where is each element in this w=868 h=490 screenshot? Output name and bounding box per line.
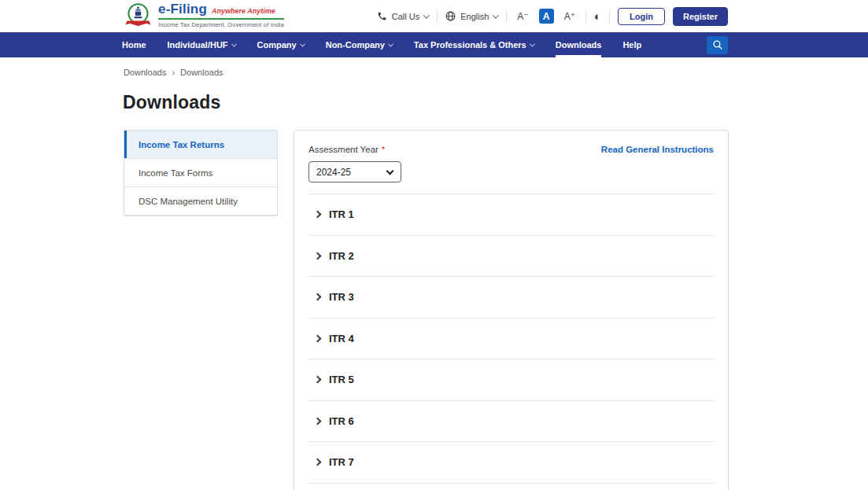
nav-item-help[interactable]: Help	[622, 32, 641, 57]
globe-icon	[445, 11, 456, 21]
site-logo[interactable]: e-Filing Anywhere Anytime Income Tax Dep…	[124, 2, 284, 31]
sidebar-item-income-tax-returns[interactable]: Income Tax Returns	[124, 131, 277, 159]
language-menu[interactable]: English	[445, 11, 498, 21]
divider	[609, 10, 610, 23]
search-icon	[712, 39, 723, 50]
accordion-itr-6[interactable]: ITR 6	[308, 401, 714, 443]
required-marker: *	[382, 145, 385, 154]
main-nav: Home Individual/HUF Company Non-Company …	[0, 32, 868, 57]
assessment-year-select[interactable]: 2024-25	[308, 161, 401, 182]
nav-item-non-company[interactable]: Non-Company	[326, 32, 393, 57]
chevron-down-icon	[423, 12, 430, 18]
sidebar-item-income-tax-forms[interactable]: Income Tax Forms	[124, 159, 277, 187]
content-area: Income Tax Returns Income Tax Forms DSC …	[124, 130, 729, 490]
accordion-itr-5[interactable]: ITR 5	[308, 359, 714, 401]
contrast-toggle-icon[interactable]: ◐	[594, 10, 601, 22]
divider	[506, 10, 507, 23]
call-us-menu[interactable]: Call Us	[377, 11, 429, 21]
chevron-right-icon	[314, 252, 322, 260]
sidebar-item-dsc-management-utility[interactable]: DSC Management Utility	[124, 187, 277, 216]
chevron-down-icon	[300, 41, 305, 46]
breadcrumb-separator: ›	[172, 68, 175, 77]
font-increase-button[interactable]: A⁺	[562, 11, 578, 22]
chevron-down-icon	[388, 41, 393, 46]
login-button[interactable]: Login	[618, 8, 665, 25]
accordion-itr-3[interactable]: ITR 3	[308, 277, 714, 319]
accordion-itr-2[interactable]: ITR 2	[308, 236, 714, 278]
india-emblem-icon	[124, 2, 153, 31]
top-header: e-Filing Anywhere Anytime Income Tax Dep…	[0, 0, 868, 32]
read-general-instructions-link[interactable]: Read General Instructions	[601, 145, 714, 154]
chevron-right-icon	[314, 293, 322, 301]
nav-item-home[interactable]: Home	[122, 32, 146, 57]
downloads-sidebar: Income Tax Returns Income Tax Forms DSC …	[124, 130, 278, 216]
call-us-label: Call Us	[392, 12, 419, 21]
nav-item-tax-professionals-others[interactable]: Tax Professionals & Others	[414, 32, 534, 57]
itr-accordion-list: ITR 1 ITR 2 ITR 3 ITR 4	[308, 194, 714, 484]
topbar-controls: Call Us English A⁻ A A⁺ ◐ Login Register	[377, 7, 728, 26]
app-subtitle: Income Tax Department, Government of Ind…	[158, 21, 284, 28]
chevron-right-icon	[314, 459, 322, 466]
assessment-year-label: Assessment Year*	[308, 145, 385, 154]
chevron-right-icon	[314, 376, 322, 384]
search-button[interactable]	[707, 36, 728, 54]
breadcrumb-current: Downloads	[180, 68, 223, 77]
nav-item-individual-huf[interactable]: Individual/HUF	[168, 32, 236, 57]
chevron-down-icon	[530, 41, 535, 46]
nav-item-downloads[interactable]: Downloads	[556, 32, 602, 57]
app-tagline: Anywhere Anytime	[212, 7, 275, 15]
breadcrumb: Downloads › Downloads	[124, 68, 868, 77]
accordion-itr-4[interactable]: ITR 4	[308, 319, 714, 360]
downloads-panel: Assessment Year* Read General Instructio…	[294, 130, 729, 490]
accordion-itr-7[interactable]: ITR 7	[308, 442, 714, 484]
font-decrease-button[interactable]: A⁻	[515, 11, 530, 22]
nav-item-company[interactable]: Company	[257, 32, 305, 57]
breadcrumb-downloads[interactable]: Downloads	[124, 68, 166, 77]
divider	[585, 10, 586, 23]
assessment-year-section: Assessment Year* Read General Instructio…	[308, 145, 714, 194]
register-button[interactable]: Register	[673, 7, 728, 26]
accordion-itr-1[interactable]: ITR 1	[308, 194, 714, 236]
app-name: e-Filing	[158, 2, 207, 17]
font-normal-button[interactable]: A	[539, 9, 554, 24]
divider	[437, 10, 438, 23]
language-label: English	[460, 12, 489, 21]
chevron-right-icon	[314, 334, 322, 342]
chevron-down-icon	[493, 12, 499, 18]
chevron-right-icon	[314, 417, 322, 425]
page-title: Downloads	[123, 92, 868, 113]
phone-icon	[377, 11, 387, 21]
chevron-down-icon	[231, 41, 237, 46]
chevron-right-icon	[314, 211, 322, 219]
